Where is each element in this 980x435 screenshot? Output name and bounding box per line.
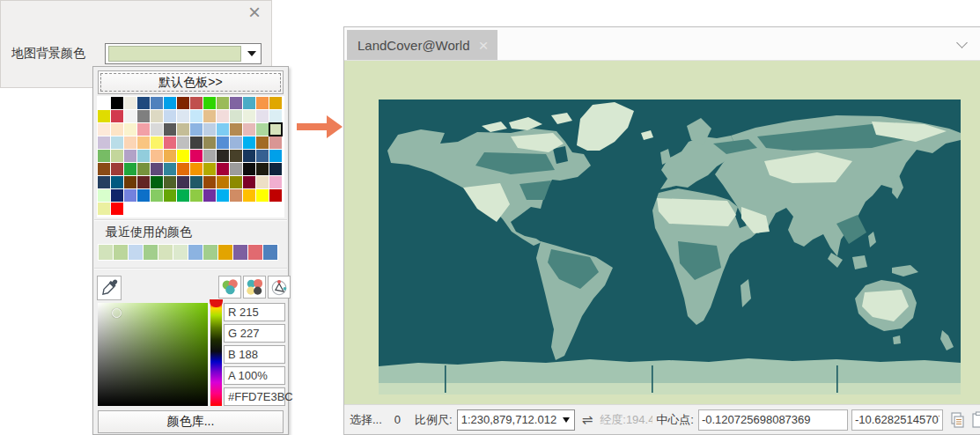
palette-swatch[interactable] bbox=[217, 97, 229, 109]
recent-color-swatch[interactable] bbox=[173, 245, 188, 260]
palette-swatch[interactable] bbox=[177, 110, 189, 122]
palette-swatch[interactable] bbox=[151, 110, 163, 122]
palette-swatch[interactable] bbox=[190, 150, 203, 162]
palette-swatch[interactable] bbox=[164, 136, 176, 149]
palette-swatch[interactable] bbox=[124, 97, 136, 109]
palette-swatch[interactable] bbox=[230, 176, 242, 188]
eyedropper-button[interactable] bbox=[97, 276, 122, 300]
palette-swatch[interactable] bbox=[190, 163, 203, 175]
palette-swatch[interactable] bbox=[98, 110, 110, 122]
palette-swatch[interactable] bbox=[217, 110, 229, 122]
palette-swatch[interactable] bbox=[217, 176, 229, 188]
palette-swatch[interactable] bbox=[98, 136, 110, 149]
palette-swatch[interactable] bbox=[164, 97, 176, 109]
palette-swatch[interactable] bbox=[230, 136, 242, 149]
tab-list-chevron-icon[interactable] bbox=[956, 37, 968, 48]
palette-swatch[interactable] bbox=[230, 163, 242, 175]
center-y-input[interactable] bbox=[851, 409, 943, 431]
palette-swatch[interactable] bbox=[111, 110, 123, 122]
palette-swatch[interactable] bbox=[217, 136, 229, 149]
recent-color-swatch[interactable] bbox=[99, 245, 113, 260]
palette-swatch[interactable] bbox=[190, 123, 203, 136]
palette-swatch[interactable] bbox=[203, 163, 216, 175]
tab-close-icon[interactable]: × bbox=[479, 37, 489, 54]
palette-swatch[interactable] bbox=[151, 136, 163, 149]
palette-swatch[interactable] bbox=[177, 189, 189, 202]
palette-swatch[interactable] bbox=[203, 150, 216, 162]
palette-swatch[interactable] bbox=[111, 150, 123, 162]
palette-swatch[interactable] bbox=[243, 123, 255, 136]
palette-swatch[interactable] bbox=[230, 97, 242, 109]
palette-swatch[interactable] bbox=[243, 136, 255, 149]
recent-color-swatch[interactable] bbox=[263, 245, 277, 260]
hue-slider[interactable] bbox=[210, 303, 222, 406]
palette-swatch[interactable] bbox=[111, 176, 123, 188]
palette-swatch[interactable] bbox=[137, 176, 150, 188]
palette-swatch[interactable] bbox=[269, 163, 282, 175]
palette-swatch[interactable] bbox=[256, 150, 269, 162]
palette-swatch-selected[interactable] bbox=[269, 123, 282, 136]
palette-swatch[interactable] bbox=[98, 203, 110, 215]
palette-swatch[interactable] bbox=[124, 163, 136, 175]
palette-swatch[interactable] bbox=[203, 176, 216, 188]
palette-swatch[interactable] bbox=[203, 97, 216, 109]
palette-swatch[interactable] bbox=[164, 110, 176, 122]
palette-swatch[interactable] bbox=[137, 97, 150, 109]
palette-swatch[interactable] bbox=[230, 189, 242, 202]
palette-swatch[interactable] bbox=[137, 110, 150, 122]
recent-color-swatch[interactable] bbox=[114, 245, 128, 260]
palette-swatch[interactable] bbox=[124, 123, 136, 136]
palette-swatch[interactable] bbox=[124, 176, 136, 188]
swap-coordinates-icon[interactable]: ⇌ bbox=[582, 412, 593, 428]
palette-swatch[interactable] bbox=[137, 150, 150, 162]
red-value-field[interactable]: R 215 bbox=[224, 303, 285, 321]
palette-swatch[interactable] bbox=[203, 123, 216, 136]
copy-coordinates-icon[interactable] bbox=[948, 411, 966, 429]
hex-value-field[interactable]: #FFD7E3BC bbox=[224, 387, 285, 406]
center-x-input[interactable] bbox=[698, 409, 848, 431]
palette-swatch[interactable] bbox=[230, 123, 242, 136]
palette-swatch[interactable] bbox=[256, 110, 269, 122]
palette-swatch[interactable] bbox=[164, 189, 176, 202]
palette-swatch[interactable] bbox=[256, 163, 269, 175]
palette-swatch[interactable] bbox=[269, 150, 282, 162]
palette-swatch[interactable] bbox=[177, 123, 189, 136]
palette-swatch[interactable] bbox=[217, 123, 229, 136]
hsb-wheel-button[interactable] bbox=[268, 276, 291, 299]
palette-swatch[interactable] bbox=[98, 189, 110, 202]
palette-swatch[interactable] bbox=[230, 150, 242, 162]
palette-swatch[interactable] bbox=[98, 163, 110, 175]
palette-swatch[interactable] bbox=[243, 189, 255, 202]
sv-picker-marker[interactable] bbox=[112, 308, 122, 318]
palette-swatch[interactable] bbox=[177, 97, 189, 109]
palette-swatch[interactable] bbox=[98, 176, 110, 188]
palette-swatch[interactable] bbox=[151, 97, 163, 109]
palette-swatch[interactable] bbox=[164, 176, 176, 188]
green-value-field[interactable]: G 227 bbox=[224, 324, 285, 343]
palette-swatch[interactable] bbox=[124, 203, 136, 215]
palette-swatch[interactable] bbox=[124, 136, 136, 149]
map-canvas[interactable] bbox=[344, 61, 980, 405]
palette-swatch[interactable] bbox=[177, 176, 189, 188]
recent-color-swatch[interactable] bbox=[129, 245, 143, 260]
recent-color-swatch[interactable] bbox=[203, 245, 217, 260]
palette-swatch[interactable] bbox=[190, 97, 203, 109]
palette-swatch[interactable] bbox=[269, 136, 282, 149]
recent-color-swatch[interactable] bbox=[233, 245, 247, 260]
palette-swatch[interactable] bbox=[230, 110, 242, 122]
recent-color-swatch[interactable] bbox=[158, 245, 173, 260]
palette-swatch[interactable] bbox=[124, 189, 136, 202]
palette-swatch[interactable] bbox=[190, 176, 203, 188]
palette-swatch[interactable] bbox=[124, 110, 136, 122]
cmyk-mode-button[interactable] bbox=[243, 276, 266, 299]
palette-swatch[interactable] bbox=[98, 150, 110, 162]
palette-swatch[interactable] bbox=[98, 97, 110, 109]
palette-swatch[interactable] bbox=[137, 123, 150, 136]
alpha-value-field[interactable]: A 100% bbox=[224, 366, 285, 385]
palette-swatch[interactable] bbox=[151, 189, 163, 202]
palette-swatch[interactable] bbox=[217, 189, 229, 202]
palette-swatch[interactable] bbox=[177, 163, 189, 175]
palette-swatch[interactable] bbox=[190, 110, 203, 122]
palette-swatch[interactable] bbox=[137, 163, 150, 175]
palette-swatch[interactable] bbox=[111, 123, 123, 136]
